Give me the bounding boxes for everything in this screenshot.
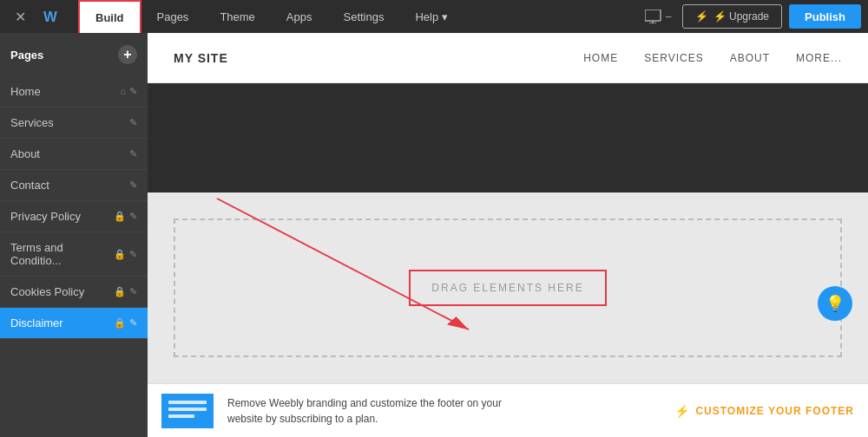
- app-container: ✕ W Build Pages Theme Apps Settings Help…: [0, 0, 868, 437]
- sidebar-item-label: Disclaimer: [10, 316, 63, 329]
- sidebar-item-label: Contact: [10, 179, 49, 192]
- site-nav-link-about[interactable]: ABOUT: [730, 52, 770, 64]
- edit-icon: ✎: [129, 211, 137, 222]
- site-dark-bar: [148, 83, 868, 192]
- drop-zone-label: DRAG ELEMENTS HERE: [409, 270, 606, 306]
- sidebar-item-disclaimer[interactable]: Disclaimer 🔒 ✎: [0, 308, 148, 339]
- svg-rect-1: [645, 10, 661, 21]
- sidebar-item-label: Home: [10, 85, 41, 98]
- sidebar-item-terms[interactable]: Terms and Conditio... 🔒 ✎: [0, 232, 148, 277]
- sidebar-item-label: Terms and Conditio...: [10, 241, 114, 267]
- svg-rect-7: [168, 408, 207, 411]
- edit-icon: ✎: [129, 317, 137, 329]
- site-drop-zone-wrapper: DRAG ELEMENTS HERE: [148, 192, 868, 383]
- edit-icon: ✎: [129, 249, 137, 260]
- lock-icon: 🔒: [114, 317, 126, 329]
- svg-text:W: W: [43, 9, 57, 25]
- footer-banner: Remove Weebly branding and customize the…: [148, 383, 868, 437]
- tab-apps[interactable]: Apps: [271, 0, 328, 33]
- tab-pages[interactable]: Pages: [141, 0, 205, 33]
- sidebar-item-label: Privacy Policy: [10, 210, 81, 223]
- edit-icon: ✎: [129, 117, 137, 128]
- sidebar-item-about[interactable]: About ✎: [0, 139, 148, 170]
- edit-icon: ✎: [129, 148, 137, 160]
- site-nav-link-services[interactable]: SERVICES: [644, 52, 703, 64]
- close-button[interactable]: ✕: [7, 3, 33, 29]
- sidebar-title: Pages: [10, 49, 43, 62]
- site-logo: MY SITE: [174, 51, 228, 65]
- top-nav: ✕ W Build Pages Theme Apps Settings Help…: [0, 0, 868, 33]
- lightning-icon: ⚡: [695, 10, 708, 23]
- lock-icon: 🔒: [114, 211, 126, 222]
- svg-rect-8: [168, 414, 194, 418]
- weebly-logo: W: [40, 3, 71, 29]
- sidebar-item-label: About: [10, 147, 40, 160]
- edit-icon: ✎: [129, 86, 137, 97]
- add-page-button[interactable]: +: [118, 45, 137, 64]
- help-fab[interactable]: 💡: [818, 286, 852, 321]
- site-nav-link-home[interactable]: HOME: [583, 52, 618, 64]
- home-icon: ⌂: [120, 86, 126, 97]
- sidebar-item-services[interactable]: Services ✎: [0, 108, 148, 139]
- edit-icon: ✎: [129, 286, 137, 297]
- edit-icon: ✎: [129, 179, 137, 191]
- device-toggle[interactable]: –: [645, 10, 672, 23]
- site-nav-link-more[interactable]: MORE...: [796, 52, 842, 64]
- sidebar-item-label: Cookies Policy: [10, 285, 84, 298]
- site-nav-links: HOME SERVICES ABOUT MORE...: [583, 52, 842, 64]
- sidebar: Pages + Home ⌂ ✎ Services ✎ About: [0, 33, 148, 437]
- publish-button[interactable]: Publish: [789, 4, 861, 29]
- upgrade-button[interactable]: ⚡ ⚡ Upgrade: [682, 4, 782, 29]
- site-nav-bar: MY SITE HOME SERVICES ABOUT MORE...: [148, 33, 868, 83]
- site-drop-zone[interactable]: DRAG ELEMENTS HERE: [174, 218, 842, 357]
- svg-rect-6: [168, 401, 207, 404]
- sidebar-item-home[interactable]: Home ⌂ ✎: [0, 76, 148, 108]
- tab-build[interactable]: Build: [78, 0, 141, 33]
- lock-icon: 🔒: [114, 286, 126, 297]
- customize-footer-button[interactable]: ⚡ CUSTOMIZE YOUR FOOTER: [674, 404, 854, 418]
- content-area: MY SITE HOME SERVICES ABOUT MORE... DRAG…: [148, 33, 868, 437]
- sidebar-item-label: Services: [10, 116, 54, 129]
- lightning-icon: ⚡: [674, 404, 690, 418]
- tab-help[interactable]: Help ▾: [399, 0, 463, 33]
- sidebar-item-contact[interactable]: Contact ✎: [0, 170, 148, 201]
- sidebar-item-privacy-policy[interactable]: Privacy Policy 🔒 ✎: [0, 201, 148, 232]
- lock-icon: 🔒: [114, 249, 126, 260]
- tab-theme[interactable]: Theme: [204, 0, 270, 33]
- footer-text: Remove Weebly branding and customize the…: [227, 395, 661, 427]
- footer-thumbnail: [161, 394, 214, 428]
- site-preview: MY SITE HOME SERVICES ABOUT MORE... DRAG…: [148, 33, 868, 383]
- sidebar-item-cookies[interactable]: Cookies Policy 🔒 ✎: [0, 277, 148, 308]
- tab-settings[interactable]: Settings: [327, 0, 399, 33]
